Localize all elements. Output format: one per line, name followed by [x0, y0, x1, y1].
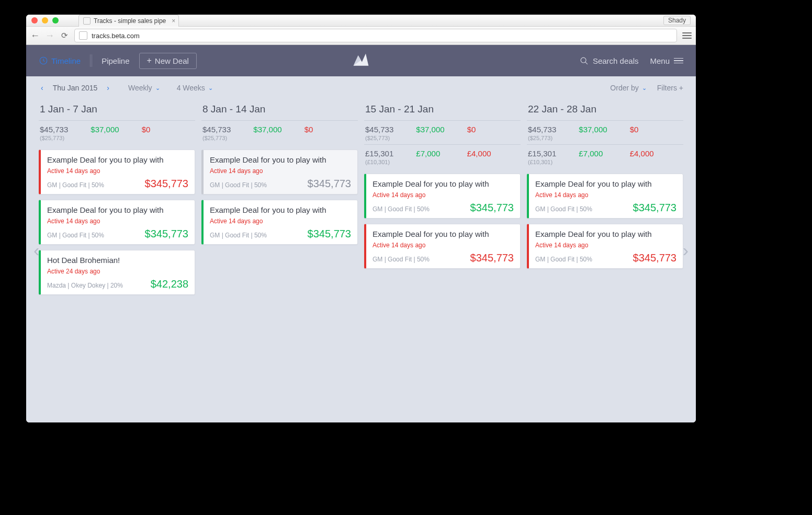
window-titlebar: Tracks - simple sales pipe × Shady [26, 15, 696, 27]
summary-sub: ($25,773) [40, 135, 194, 141]
deal-active: Active 14 days ago [210, 167, 351, 175]
column-summary: $45,733$37,000$0($25,773) [364, 120, 521, 144]
deal-card[interactable]: Example Deal for you to play withActive … [527, 224, 683, 269]
deal-meta: GM | Good Fit | 50% [210, 181, 267, 189]
deal-amount: $345,773 [145, 228, 188, 240]
back-button[interactable]: ← [30, 30, 40, 41]
filters-button[interactable]: Filters + [657, 84, 683, 92]
app-logo [352, 52, 370, 70]
svg-point-3 [581, 58, 586, 63]
summary-sub: ($25,773) [528, 135, 682, 141]
deal-amount: $345,773 [470, 252, 514, 264]
logo-icon [352, 52, 370, 68]
deal-meta: GM | Good Fit | 50% [47, 232, 104, 239]
deal-title: Example Deal for you to play with [373, 179, 514, 188]
address-bar[interactable]: tracks.beta.com [74, 29, 677, 42]
column-summary: $45,733$37,000$0($25,773) [527, 120, 683, 144]
deal-amount: $345,773 [308, 178, 351, 190]
timeline-column: 8 Jan - 14 Jan$45,733$37,000$0($25,773)E… [201, 99, 358, 295]
summary-won: £7,000 [579, 149, 629, 158]
url-text: tracks.beta.com [92, 32, 140, 40]
deal-meta: GM | Good Fit | 50% [535, 205, 592, 213]
summary-sub: ($25,773) [365, 135, 520, 141]
deal-card[interactable]: Hot Deal Brohemian!Active 24 days agoMaz… [39, 250, 195, 295]
timeline-toolbar: ‹ Thu Jan 2015 › Weekly ⌄ 4 Weeks ⌄ Orde… [26, 76, 696, 92]
content-area: ‹ Thu Jan 2015 › Weekly ⌄ 4 Weeks ⌄ Orde… [26, 76, 696, 422]
column-summary: £15,301£7,000£4,000(£10,301) [364, 144, 521, 168]
next-period-button[interactable]: › [105, 84, 111, 92]
deal-active: Active 14 days ago [373, 242, 514, 249]
column-title: 15 Jan - 21 Jan [365, 104, 521, 115]
deal-amount: $345,773 [145, 178, 188, 190]
app-header: Timeline Pipeline + New Deal Search deal… [26, 45, 696, 76]
summary-total: £15,301 [528, 149, 579, 158]
tab-close-icon[interactable]: × [172, 17, 175, 25]
forward-button: → [45, 30, 54, 41]
deal-card[interactable]: Example Deal for you to play withActive … [364, 224, 521, 269]
new-deal-button[interactable]: + New Deal [139, 53, 197, 69]
nav-timeline[interactable]: Timeline [39, 56, 81, 65]
nav-timeline-label: Timeline [51, 56, 81, 65]
deal-meta: GM | Good Fit | 50% [535, 256, 592, 263]
browser-menu-icon[interactable] [682, 32, 692, 39]
page-icon [79, 31, 87, 40]
nav-pipeline[interactable]: Pipeline [102, 56, 129, 65]
chevron-down-icon: ⌄ [208, 85, 213, 91]
deal-active: Active 14 days ago [535, 191, 676, 199]
summary-won: $37,000 [416, 125, 467, 134]
deal-card[interactable]: Example Deal for you to play withActive … [527, 174, 683, 219]
column-title: 22 Jan - 28 Jan [528, 104, 683, 115]
summary-sub: ($25,773) [202, 135, 357, 141]
deal-active: Active 14 days ago [47, 218, 188, 225]
deal-title: Example Deal for you to play with [373, 230, 514, 238]
close-window-icon[interactable] [31, 17, 38, 24]
minimize-window-icon[interactable] [42, 17, 48, 24]
summary-sub: (£10,301) [528, 159, 682, 165]
summary-lost: £4,000 [467, 149, 518, 158]
span-select[interactable]: 4 Weeks ⌄ [177, 84, 213, 92]
deal-title: Example Deal for you to play with [47, 155, 188, 164]
search-deals[interactable]: Search deals [580, 56, 639, 65]
extension-button[interactable]: Shady [663, 16, 691, 25]
deal-amount: $345,773 [633, 202, 676, 214]
deal-meta: Mazda | Okey Dokey | 20% [47, 282, 123, 289]
deal-amount: $42,238 [151, 278, 188, 290]
reload-button[interactable]: ⟳ [60, 31, 69, 40]
deal-active: Active 14 days ago [373, 191, 514, 199]
deal-card[interactable]: Example Deal for you to play withActive … [201, 150, 358, 194]
current-period: Thu Jan 2015 [53, 84, 98, 92]
nav-divider [90, 54, 92, 67]
deal-active: Active 14 days ago [210, 218, 351, 225]
column-title: 1 Jan - 7 Jan [40, 104, 195, 115]
column-summary: $45,733$37,000$0($25,773) [39, 120, 195, 144]
summary-won: $37,000 [253, 125, 304, 134]
deal-title: Example Deal for you to play with [210, 205, 351, 214]
summary-lost: £4,000 [630, 149, 681, 158]
deal-active: Active 24 days ago [47, 268, 188, 275]
deal-meta: GM | Good Fit | 50% [373, 256, 430, 263]
summary-lost: $0 [142, 125, 193, 134]
tab-title: Tracks - simple sales pipe [94, 17, 166, 25]
favicon-icon [83, 17, 91, 25]
menu-button[interactable]: Menu [650, 56, 683, 65]
maximize-window-icon[interactable] [52, 17, 59, 24]
svg-line-4 [585, 62, 588, 64]
granularity-select[interactable]: Weekly ⌄ [128, 84, 160, 92]
deal-amount: $345,773 [470, 202, 514, 214]
order-by-select[interactable]: Order by ⌄ [610, 84, 646, 92]
summary-total: $45,733 [365, 125, 416, 134]
scroll-right-button[interactable]: › [678, 235, 694, 266]
deal-card[interactable]: Example Deal for you to play withActive … [39, 200, 195, 245]
summary-won: $37,000 [91, 125, 141, 134]
deal-card[interactable]: Example Deal for you to play withActive … [201, 200, 358, 245]
granularity-label: Weekly [128, 84, 152, 92]
new-deal-label: New Deal [155, 56, 189, 65]
deal-card[interactable]: Example Deal for you to play withActive … [39, 150, 195, 194]
scroll-left-button[interactable]: ‹ [28, 235, 44, 266]
browser-tab[interactable]: Tracks - simple sales pipe × [78, 15, 179, 27]
chevron-down-icon: ⌄ [642, 85, 647, 91]
timeline-board: 1 Jan - 7 Jan$45,733$37,000$0($25,773)Ex… [26, 92, 696, 307]
column-summary: £15,301£7,000£4,000(£10,301) [527, 144, 683, 168]
deal-card[interactable]: Example Deal for you to play withActive … [364, 174, 521, 219]
prev-period-button[interactable]: ‹ [39, 84, 46, 92]
